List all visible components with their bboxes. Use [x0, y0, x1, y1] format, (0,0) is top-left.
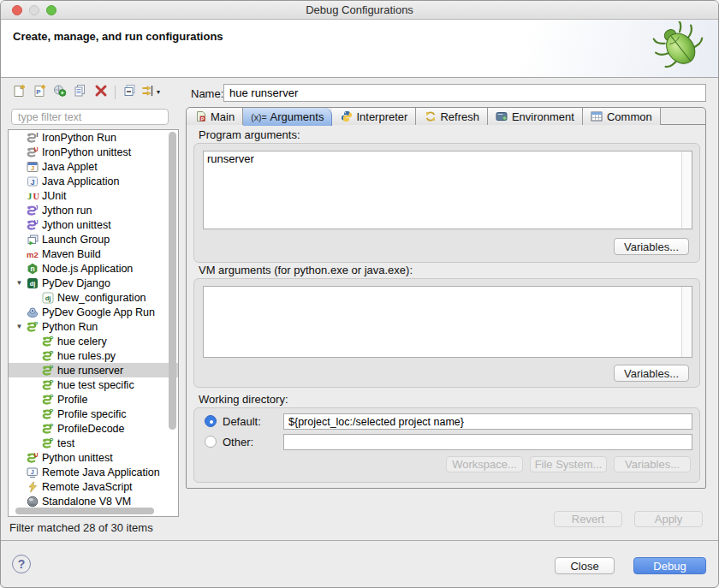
- tree-item-label: Python unittest: [42, 452, 113, 464]
- tree-item-standalone-v8-vm[interactable]: Standalone V8 VM: [9, 494, 178, 508]
- tree-item-new-configuration[interactable]: djNew_configuration: [9, 290, 178, 305]
- tree-item-test[interactable]: Ptest: [9, 436, 178, 450]
- tree-item-maven-build[interactable]: m2Maven Build: [9, 246, 178, 261]
- tree-item-hue-test-specific[interactable]: Phue test specific: [9, 377, 178, 392]
- workspace-button[interactable]: Workspace...: [446, 456, 523, 472]
- main-tab-icon: P: [194, 110, 207, 122]
- tree-item-profile-specific[interactable]: PProfile specific: [9, 407, 178, 421]
- tree-item-ironpython-run[interactable]: IIronPython Run: [9, 130, 178, 145]
- tree-item-ironpython-unittest[interactable]: UIronPython unittest: [9, 145, 178, 159]
- program-arguments-box: runserver: [203, 151, 692, 229]
- tree-item-launch-group[interactable]: Launch Group: [9, 232, 178, 246]
- tree-item-junit[interactable]: JUJUnit: [9, 188, 178, 203]
- python-green-p-icon: P: [40, 394, 55, 406]
- help-button[interactable]: ?: [12, 555, 31, 573]
- footer-separator: [1, 540, 718, 541]
- program-arguments-group: runserver Variables...: [193, 143, 700, 263]
- java-app-icon: J: [25, 175, 39, 187]
- filter-icon: [140, 83, 156, 102]
- default-directory-field[interactable]: [283, 413, 692, 430]
- django-file-icon: dj: [40, 292, 55, 304]
- tree-item-hue-runserver[interactable]: Phue runserver: [9, 363, 178, 377]
- delete-config-button[interactable]: [91, 83, 110, 102]
- file-system-button[interactable]: File System...: [530, 456, 607, 472]
- tab-common[interactable]: Common: [583, 108, 661, 125]
- tree-item-hue-celery[interactable]: Phue celery: [9, 334, 178, 348]
- working-directory-label: Working directory:: [199, 393, 288, 406]
- collapse-all-button[interactable]: [120, 83, 140, 102]
- arguments-tab-icon: (x)=: [251, 112, 266, 122]
- svg-text:P: P: [34, 321, 39, 327]
- revert-button[interactable]: Revert: [554, 511, 622, 527]
- python-green-u-icon: U: [25, 452, 39, 464]
- tab-interpreter[interactable]: Interpreter: [332, 108, 416, 125]
- working-directory-variables-button[interactable]: Variables...: [614, 456, 691, 472]
- svg-text:dj: dj: [45, 294, 51, 302]
- delete-icon: [93, 83, 109, 102]
- new-config-button[interactable]: [9, 83, 28, 102]
- python-green-p-icon: P: [40, 336, 55, 347]
- apply-button[interactable]: Apply: [634, 511, 703, 527]
- tree-item-remote-javascript[interactable]: Remote JavaScript: [9, 479, 178, 494]
- textarea-scrollbar-track[interactable]: [681, 287, 692, 357]
- django-icon: dj: [25, 277, 39, 289]
- program-arguments-variables-button[interactable]: Variables...: [614, 238, 689, 255]
- export-config-icon: [52, 83, 68, 102]
- tab-refresh[interactable]: Refresh: [416, 108, 488, 125]
- tree-item-remote-java-application[interactable]: JRemote Java Application: [9, 465, 178, 479]
- tree-item-profile[interactable]: PProfile: [9, 392, 178, 407]
- tab-environment[interactable]: Environment: [488, 108, 583, 125]
- duplicate-config-button[interactable]: [70, 83, 90, 102]
- new-prototype-button[interactable]: P: [29, 83, 49, 102]
- svg-text:U: U: [33, 219, 38, 225]
- tree-horizontal-scrollbar[interactable]: [15, 508, 154, 514]
- export-config-button[interactable]: [50, 83, 69, 102]
- program-arguments-textarea[interactable]: runserver: [204, 151, 680, 229]
- default-radio[interactable]: [205, 415, 217, 427]
- expander-arrow-icon[interactable]: ▼: [14, 323, 25, 330]
- tab-label: Arguments: [270, 110, 324, 123]
- tree-vertical-scrollbar[interactable]: [169, 132, 176, 430]
- vm-arguments-box: [203, 286, 692, 358]
- debug-button[interactable]: Debug: [633, 557, 706, 574]
- svg-text:P: P: [200, 116, 204, 122]
- tree-item-python-unittest[interactable]: UPython unittest: [9, 450, 178, 465]
- vm-arguments-variables-button[interactable]: Variables...: [614, 365, 689, 382]
- close-button[interactable]: Close: [555, 557, 615, 574]
- python-green-p-icon: P: [25, 321, 39, 333]
- svg-text:P: P: [50, 437, 54, 443]
- config-tree: IIronPython RunUIronPython unittestJJava…: [8, 129, 179, 517]
- svg-text:P: P: [50, 408, 54, 414]
- expander-arrow-icon[interactable]: ▼: [14, 279, 25, 287]
- tree-item-jython-run[interactable]: JJython run: [9, 203, 178, 217]
- tree-item-label: Jython unittest: [42, 219, 111, 231]
- tree-item-profiledecode[interactable]: PProfileDecode: [9, 421, 178, 436]
- tree-item-label: Java Application: [42, 175, 119, 187]
- tab-label: Main: [211, 110, 235, 123]
- tab-main[interactable]: PMain: [187, 108, 243, 125]
- tree-item-jython-unittest[interactable]: UJython unittest: [9, 217, 178, 232]
- filter-config-button[interactable]: ▾: [140, 83, 160, 102]
- tree-item-pydev-django[interactable]: ▼djPyDev Django: [9, 276, 178, 290]
- vm-arguments-textarea[interactable]: [204, 287, 680, 357]
- tree-item-hue-rules-py[interactable]: Phue rules.py: [9, 348, 178, 363]
- svg-text:U: U: [33, 452, 38, 458]
- other-directory-field[interactable]: [283, 434, 692, 450]
- tree-item-pydev-google-app-run[interactable]: PyDev Google App Run: [9, 305, 178, 319]
- tree-item-node-js-application[interactable]: nNode.js Application: [9, 261, 178, 276]
- tree-item-label: Maven Build: [42, 248, 101, 260]
- tree-item-label: Remote Java Application: [42, 466, 160, 478]
- tree-item-label: JUnit: [42, 190, 66, 202]
- tree-item-label: hue runserver: [57, 365, 123, 377]
- textarea-scrollbar-track[interactable]: [681, 151, 692, 229]
- tab-arguments[interactable]: (x)=Arguments: [243, 108, 332, 126]
- tree-item-python-run[interactable]: ▼PPython Run: [9, 319, 178, 334]
- other-radio[interactable]: [205, 436, 217, 448]
- name-input[interactable]: [223, 84, 706, 102]
- tree-item-java-application[interactable]: JJava Application: [9, 174, 178, 188]
- tab-label: Interpreter: [356, 110, 407, 123]
- filter-input[interactable]: [11, 109, 169, 125]
- tree-item-java-applet[interactable]: JJava Applet: [9, 159, 178, 174]
- python-green-p-icon: P: [40, 437, 55, 449]
- tree-item-label: hue test specific: [57, 379, 134, 391]
